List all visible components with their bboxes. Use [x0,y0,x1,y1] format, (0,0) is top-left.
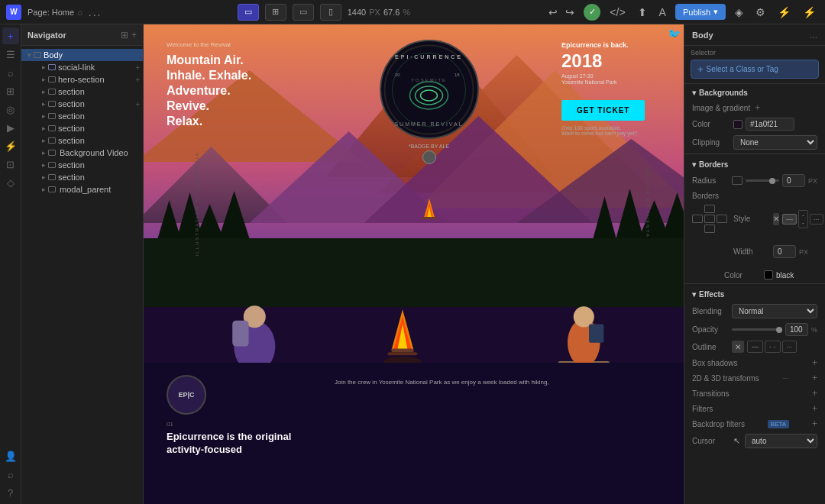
slider-thumb[interactable] [769,178,775,184]
nav-item-section3[interactable]: ▸ section [21,110,143,122]
interactions-left-icon[interactable]: ⚡ [2,137,19,154]
backdrop-add-btn[interactable]: + [812,418,817,429]
blending-select[interactable]: Normal [732,304,817,318]
border-left-icon[interactable] [692,215,703,223]
color-swatch-bg[interactable] [733,120,742,129]
undo-btn[interactable]: ↩ [545,5,561,20]
pages-icon[interactable]: ⊡ [2,156,19,173]
border-right-icon[interactable] [717,215,727,223]
border-width-input[interactable] [773,245,796,258]
desktop-view-btn[interactable]: ▭ [238,4,259,21]
nav-item-body[interactable]: ▾ Body [21,49,143,61]
radius-slider[interactable] [746,179,779,182]
right-panel-menu-icon[interactable]: ... [810,30,817,40]
effects-toggle[interactable]: ▾ Effects [684,286,825,302]
code-view-btn[interactable]: </> [607,5,628,20]
opacity-input[interactable] [785,323,808,336]
nav-box-s2 [48,101,56,107]
nav-item-modal[interactable]: ▸ modal_parent [21,183,143,195]
outline-dot-btn[interactable]: ··· [782,341,798,353]
nav-item-section5[interactable]: ▸ section [21,134,143,147]
solid-style-btn[interactable]: — [782,214,797,225]
navigator-icon[interactable]: ☰ [2,46,19,63]
nav-item-hero[interactable]: ▸ hero-section + [21,73,143,86]
nav-item-section4[interactable]: ▸ section [21,122,143,134]
navigator-header: Navigator ⊞ + [21,24,143,46]
mobile-landscape-btn[interactable]: ▭ [293,4,314,21]
redo-btn[interactable]: ↪ [562,5,578,20]
radius-label: Radius [692,176,729,185]
image-gradient-add-icon[interactable]: + [755,102,760,113]
transforms-more-icon[interactable]: ··· [783,374,789,382]
class-tag-selector[interactable]: + Select a Class or Tag [691,60,819,79]
outline-x-btn[interactable]: ✕ [732,341,744,353]
nav-item-bgvideo[interactable]: ▸ Background Video [21,147,143,159]
box-shadows-add-btn[interactable]: + [812,357,817,368]
outline-thin-btn[interactable]: — [747,341,763,353]
outline-dash-btn[interactable]: - - [765,341,781,353]
border-color-swatch[interactable] [764,270,773,279]
nav-item-section1[interactable]: ▸ section [21,86,143,98]
help-icon[interactable]: ? [2,484,19,501]
borders-toggle[interactable]: ▾ Borders [684,156,825,172]
nav-item-section2[interactable]: ▸ section + [21,98,143,110]
campfire-area [410,195,448,228]
cms-icon[interactable]: ⊞ [2,82,19,99]
symbols-icon[interactable]: ◇ [2,174,19,191]
twitter-icon[interactable]: 🐦 [668,27,681,40]
style-x-btn[interactable]: ✕ [773,213,779,225]
nav-plus-s2[interactable]: + [135,100,140,108]
ecommerce-icon[interactable]: ⚡ [800,5,819,20]
ecom-icon[interactable]: ◎ [2,101,19,118]
clipping-select[interactable]: None [733,135,817,150]
nav-item-social-link[interactable]: ▸ social-link + [21,61,143,73]
border-style-row: Style ✕ — - - ··· [684,202,825,235]
radius-input[interactable] [782,174,805,187]
publish-button[interactable]: Publish ▾ [675,4,726,20]
divider-2 [684,283,825,284]
dashed-style-btn[interactable]: - - [798,210,808,228]
settings-icon[interactable]: ⚙ [752,5,768,20]
border-top-icon[interactable] [704,205,715,213]
add-elements-icon[interactable]: + [2,27,19,44]
share-btn[interactable]: ⬆ [635,5,650,20]
backgrounds-section: ▾ Backgrounds Image & gradient + Color C… [684,84,825,152]
search-icon[interactable]: ⌕ [2,64,19,81]
opacity-slider[interactable] [732,328,782,331]
color-input[interactable] [746,118,794,131]
cursor-select[interactable]: auto [745,434,817,448]
dotted-style-btn[interactable]: ··· [810,214,823,225]
nav-plus-social[interactable]: + [135,63,140,72]
width-unit: PX [369,8,380,17]
tablet-view-btn[interactable]: ⊞ [265,4,286,21]
border-center-icon[interactable] [704,215,715,223]
nav-box-s7 [48,174,56,180]
backgrounds-toggle[interactable]: ▾ Backgrounds [684,84,825,100]
right-panel-style-icon[interactable]: ◈ [732,5,746,20]
badge-circle: EPI·CURRENCE 20 18 YOSEMITE SUMMER REVIV… [380,40,479,139]
transforms-add-btn[interactable]: + [812,373,817,383]
nav-plus-hero[interactable]: + [135,76,140,84]
border-bottom-icon[interactable] [704,225,715,233]
nav-box-bgvideo [48,150,56,156]
get-ticket-button[interactable]: GET TICKET [561,100,645,121]
nav-add-icon[interactable]: + [131,30,137,40]
borders-section: ▾ Borders Radius PX Borders [684,156,825,282]
nav-item-section6[interactable]: ▸ section [21,159,143,171]
interactions-icon[interactable]: ⚡ [775,5,794,20]
search-bottom-icon[interactable]: ⌕ [2,466,19,483]
account-icon[interactable]: 👤 [2,447,19,464]
nav-box-social [48,64,56,70]
svg-text:18: 18 [455,73,460,77]
opacity-slider-thumb[interactable] [776,327,782,333]
mobile-portrait-btn[interactable]: ▯ [320,4,341,21]
filters-add-btn[interactable]: + [812,403,817,414]
section-description: Join the crew in Yosemite National Park … [335,378,661,387]
fonts-btn[interactable]: A [656,5,669,20]
nav-item-section7[interactable]: ▸ section [21,171,143,183]
media-icon[interactable]: ▶ [2,119,19,136]
page-options-menu[interactable]: ... [89,6,102,18]
transitions-add-btn[interactable]: + [812,388,817,399]
color-value-row [733,118,817,131]
nav-settings-icon[interactable]: ⊞ [121,30,128,40]
